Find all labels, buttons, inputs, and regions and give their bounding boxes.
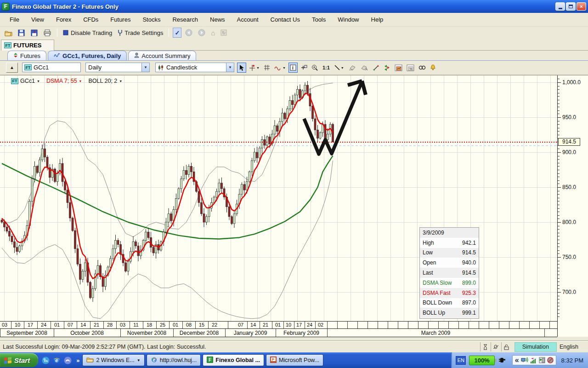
price-minor-tick [558,282,560,282]
tooltip-label: BOLL Down [423,299,452,306]
legend-item-dsma-7-55[interactable]: DSMA 7; 55▼ [46,78,82,84]
tooltip-value: 942.1 [462,240,476,246]
print-icon [44,29,51,36]
ie-icon[interactable]: e [53,356,61,364]
tooltip-row-open: Open940.0 [420,258,479,268]
refresh-button[interactable]: ↻ [219,28,229,38]
price-minor-tick [558,296,560,296]
start-button[interactable]: Start [0,353,38,367]
menu-item-news[interactable]: News [204,14,231,25]
simulation-mode-badge[interactable]: Simulation [514,342,557,352]
clock: 8:32 PM [561,357,583,364]
eraser-button[interactable] [347,63,357,73]
save-as-button[interactable]: ? [29,28,40,38]
price-minor-tick [558,114,560,114]
menu-item-window[interactable]: Window [332,14,365,25]
price-minor-tick [558,166,560,167]
taskbar-button-finexo-global-[interactable]: FFinexo Global ... [203,354,264,366]
chevron-down-icon[interactable]: ▼ [226,63,234,72]
zoom-1-1-button[interactable]: 1:1 [321,63,331,73]
taskbar-button-label: http://owl.huj... [160,357,197,363]
add-pane-button[interactable] [299,63,309,73]
taskbar-button-microsoft-pow-[interactable]: PMicrosoft Pow... [266,354,323,366]
period-select[interactable]: Daily ▼ [85,63,150,72]
minimize-button[interactable] [555,2,565,11]
home-button[interactable]: ⌂ [209,28,217,38]
chevron-down-icon[interactable]: ▼ [141,63,149,72]
signal-strength-icon[interactable] [530,357,537,363]
forward-button[interactable] [196,28,207,38]
tab-account-summary[interactable]: Account Summary [128,51,196,60]
taskbar-button-label: Finexo Global ... [215,357,260,363]
zoom-button[interactable] [310,63,320,73]
messenger-icon[interactable] [64,356,72,364]
removable-device-icon[interactable] [539,357,545,363]
unlock-icon [504,344,509,350]
restore-icon [569,5,573,8]
blue-globe-icon[interactable]: cs [42,356,50,364]
link-charts-button[interactable] [417,63,427,73]
chart-tools: ▼ ▼ i 1:1 ▼ A % [237,62,438,73]
indicators-button[interactable] [382,63,392,73]
erase-all-button[interactable]: A [359,63,370,73]
collapse-up-button[interactable]: ▲ [6,63,18,73]
network-icon[interactable] [521,357,528,363]
line-tool-button[interactable]: ▼ [333,63,345,73]
taskbar-button-http-owl-huj-[interactable]: ehttp://owl.huj... [147,354,201,366]
menu-item-futures[interactable]: Futures [104,14,136,25]
confirm-orders-button[interactable]: ✓ [173,28,181,38]
disable-trading-button[interactable]: Disable Trading [61,28,114,38]
refresh-icon: ↻ [220,29,227,36]
language-indicator[interactable]: EN [456,356,466,365]
price-minor-tick [558,163,560,163]
menu-item-file[interactable]: File [4,14,25,25]
battery-indicator[interactable]: 100% [469,356,494,365]
language-label[interactable]: English [560,344,588,350]
indicator-wave-button[interactable]: ▼ [273,63,287,73]
price-minor-tick [558,198,560,198]
trade-settings-button[interactable]: Trade Settings [116,28,165,38]
chart-area[interactable]: FTGCc1▼DSMA 7; 55▼BOLL 20; 2▼ 1,000.0950… [0,75,588,337]
overflow-chevron[interactable]: » [76,357,79,364]
powerpoint-icon: P [270,356,277,364]
day-tick-label: 03 [2,322,7,328]
tab-gcc1-futures-daily[interactable]: GCc1, Futures, Daily [48,51,127,60]
symbol-input[interactable]: FT GCc1 [22,63,81,72]
menu-item-help[interactable]: Help [365,14,390,25]
save-button[interactable] [16,28,27,38]
mute-icon[interactable] [547,357,554,363]
menu-item-forex[interactable]: Forex [50,14,77,25]
day-cell-separator [143,322,143,328]
menu-item-stocks[interactable]: Stocks [136,14,166,25]
open-button[interactable] [3,28,14,38]
close-button[interactable]: × [577,2,586,11]
legend-item-gcc1[interactable]: FTGCc1▼ [11,78,40,84]
waveform-icon [54,52,60,59]
back-button[interactable] [183,28,194,38]
menu-item-contact-us[interactable]: Contact Us [265,14,306,25]
menu-item-cfds[interactable]: CFDs [77,14,104,25]
day-tick-label: 21 [263,322,268,328]
menu-item-tools[interactable]: Tools [306,14,332,25]
price-minor-tick [558,110,560,111]
menu-item-view[interactable]: View [25,14,50,25]
menu-item-account[interactable]: Account [231,14,265,25]
grid-tool-button[interactable] [262,63,271,73]
futures-module-tab[interactable]: FT FUTURES [1,40,54,51]
tray-chevron[interactable]: « [515,356,519,364]
print-button[interactable] [42,28,53,38]
resize-arrows-button[interactable] [371,63,381,73]
chart-frame-button[interactable] [393,63,404,73]
tab-futures[interactable]: Futures [7,51,46,60]
crosshair-tool-button[interactable]: ▼ [248,63,261,73]
legend-item-boll-20-2[interactable]: BOLL 20; 2▼ [89,78,123,84]
info-tool-button[interactable]: i [288,63,298,73]
chart-type-select[interactable]: Candlestick ▼ [155,63,234,72]
restore-button[interactable] [566,2,576,11]
day-cell-separator [357,322,358,328]
cursor-tool-button[interactable] [237,63,246,73]
taskbar-button-2-windows-e-[interactable]: 2 Windows E...▼ [82,354,144,366]
menu-item-research[interactable]: Research [166,14,204,25]
alert-button[interactable] [429,63,438,73]
chart-percent-button[interactable]: % [405,63,416,73]
